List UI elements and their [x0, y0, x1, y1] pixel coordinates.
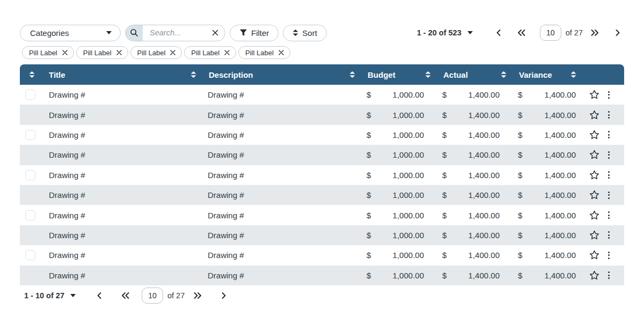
- top-range-selector[interactable]: 1 - 20 of 523: [417, 28, 473, 37]
- row-checkbox[interactable]: [25, 250, 35, 260]
- star-icon[interactable]: [589, 109, 600, 121]
- top-page-input[interactable]: [540, 25, 561, 41]
- cell-description: Drawing #: [203, 150, 362, 159]
- cell-budget: $1,000.00: [362, 130, 438, 139]
- filter-pill[interactable]: Pill Label: [238, 46, 290, 59]
- currency-symbol: $: [442, 190, 447, 200]
- header-actions: [583, 64, 624, 85]
- header-select-sort[interactable]: [20, 64, 43, 85]
- star-icon[interactable]: [589, 89, 600, 100]
- filter-pill[interactable]: Pill Label: [130, 46, 182, 59]
- cell-variance: $1,400.00: [514, 251, 583, 260]
- kebab-menu-icon[interactable]: [607, 230, 611, 240]
- cell-actions: [583, 189, 624, 201]
- cell-actual: $1,400.00: [438, 130, 514, 139]
- bottom-page-input[interactable]: [142, 288, 163, 304]
- chevron-left-icon[interactable]: [495, 29, 502, 36]
- amount: 1,400.00: [469, 231, 500, 240]
- kebab-menu-icon[interactable]: [607, 90, 611, 100]
- star-icon[interactable]: [589, 149, 600, 160]
- cell-actions: [583, 89, 624, 100]
- sort-arrows-icon: [425, 71, 431, 78]
- cell-title: Drawing #: [43, 111, 203, 120]
- search-clear-icon[interactable]: [210, 30, 225, 36]
- header-budget[interactable]: Budget: [362, 64, 438, 85]
- currency-symbol: $: [367, 271, 371, 280]
- sort-icon: [292, 30, 298, 36]
- kebab-menu-icon[interactable]: [607, 210, 611, 220]
- double-chevron-right-icon[interactable]: [590, 29, 599, 36]
- amount: 1,400.00: [545, 111, 576, 120]
- cell-actual: $1,400.00: [438, 111, 514, 120]
- amount: 1,000.00: [393, 150, 424, 159]
- kebab-menu-icon[interactable]: [607, 270, 611, 280]
- filter-pill[interactable]: Pill Label: [22, 46, 74, 59]
- star-icon[interactable]: [589, 129, 600, 141]
- currency-symbol: $: [367, 211, 371, 220]
- double-chevron-right-icon[interactable]: [193, 292, 202, 299]
- currency-symbol: $: [518, 130, 522, 139]
- pill-label: Pill Label: [245, 49, 274, 57]
- star-icon[interactable]: [589, 249, 600, 261]
- currency-symbol: $: [518, 190, 522, 200]
- currency-symbol: $: [367, 90, 371, 99]
- currency-symbol: $: [442, 130, 447, 139]
- sort-arrows-icon: [570, 71, 576, 78]
- currency-symbol: $: [442, 90, 447, 99]
- filter-button[interactable]: Filter: [230, 25, 279, 41]
- chevron-left-icon[interactable]: [96, 292, 103, 299]
- kebab-menu-icon[interactable]: [607, 110, 611, 120]
- table-row: Drawing # Drawing # $1,000.00 $1,400.00 …: [20, 266, 624, 285]
- star-icon[interactable]: [589, 189, 600, 201]
- bottom-pagination: 1 - 10 of 27 of 27: [24, 288, 227, 304]
- bottom-range-selector[interactable]: 1 - 10 of 27: [24, 291, 76, 300]
- pill-label: Pill Label: [83, 49, 112, 57]
- row-checkbox[interactable]: [25, 90, 35, 100]
- kebab-menu-icon[interactable]: [607, 190, 611, 200]
- amount: 1,400.00: [545, 171, 576, 180]
- kebab-menu-icon[interactable]: [607, 170, 611, 180]
- header-variance[interactable]: Variance: [514, 64, 583, 85]
- header-title[interactable]: Title: [43, 64, 203, 85]
- pill-remove-icon[interactable]: [62, 50, 68, 55]
- header-description[interactable]: Description: [203, 64, 362, 85]
- row-checkbox[interactable]: [25, 130, 35, 140]
- row-checkbox[interactable]: [25, 170, 35, 180]
- top-range-label: 1 - 20 of 523: [417, 28, 462, 37]
- kebab-menu-icon[interactable]: [607, 130, 611, 139]
- kebab-menu-icon[interactable]: [607, 251, 611, 260]
- double-chevron-left-icon[interactable]: [121, 292, 130, 299]
- pill-remove-icon[interactable]: [224, 50, 230, 55]
- search-input[interactable]: [143, 28, 210, 37]
- pill-remove-icon[interactable]: [279, 50, 284, 55]
- pill-remove-icon[interactable]: [170, 50, 175, 55]
- amount: 1,400.00: [545, 231, 576, 240]
- caret-down-icon: [70, 294, 76, 297]
- amount: 1,400.00: [469, 90, 500, 99]
- pill-remove-icon[interactable]: [116, 50, 122, 55]
- caret-down-icon: [106, 31, 112, 34]
- cell-budget: $1,000.00: [362, 211, 438, 220]
- star-icon[interactable]: [589, 170, 600, 181]
- cell-title: Drawing #: [43, 211, 203, 220]
- kebab-menu-icon[interactable]: [607, 150, 611, 160]
- row-checkbox[interactable]: [25, 210, 35, 220]
- filter-pill[interactable]: Pill Label: [76, 46, 128, 59]
- cell-title: Drawing #: [43, 190, 203, 200]
- amount: 1,000.00: [393, 171, 424, 180]
- double-chevron-left-icon[interactable]: [517, 29, 526, 36]
- categories-dropdown[interactable]: Categories: [20, 25, 121, 41]
- sort-button[interactable]: Sort: [283, 25, 327, 41]
- amount: 1,400.00: [545, 271, 576, 280]
- star-icon[interactable]: [589, 230, 600, 241]
- cell-variance: $1,400.00: [514, 150, 583, 159]
- cell-budget: $1,000.00: [362, 231, 438, 240]
- star-icon[interactable]: [589, 270, 600, 281]
- cell-variance: $1,400.00: [514, 271, 583, 280]
- cell-variance: $1,400.00: [514, 111, 583, 120]
- filter-pill[interactable]: Pill Label: [184, 46, 236, 59]
- chevron-right-icon[interactable]: [614, 29, 621, 36]
- star-icon[interactable]: [589, 210, 600, 221]
- chevron-right-icon[interactable]: [221, 292, 227, 299]
- header-actual[interactable]: Actual: [438, 64, 514, 85]
